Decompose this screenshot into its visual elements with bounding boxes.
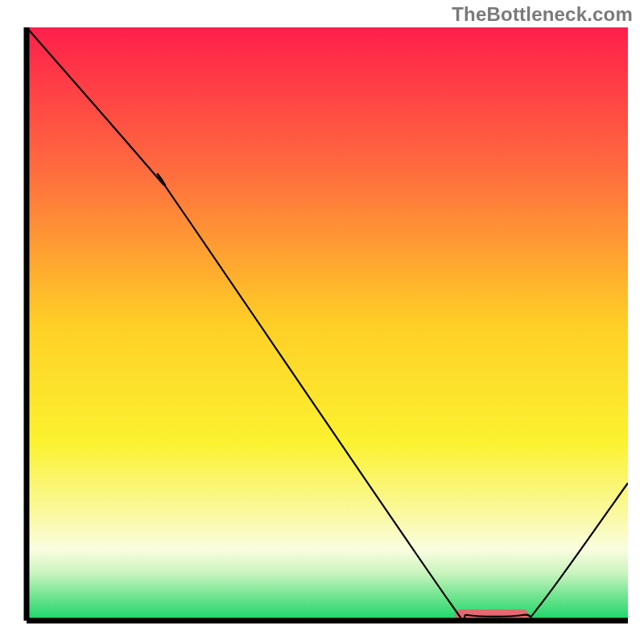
- watermark-text: TheBottleneck.com: [452, 3, 633, 26]
- chart-container: TheBottleneck.com: [0, 0, 644, 644]
- plot-background: [27, 27, 628, 621]
- bottleneck-chart: [0, 0, 644, 644]
